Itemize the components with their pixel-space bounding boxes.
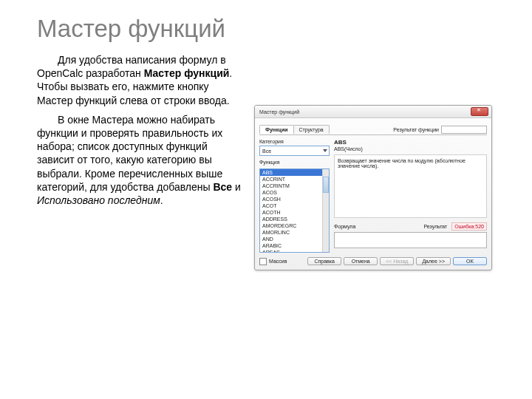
p1-bold: Мастер функций	[144, 67, 230, 79]
tab-structure[interactable]: Структура	[293, 125, 330, 134]
list-item[interactable]: ACOT	[260, 202, 329, 209]
ok-button[interactable]: OK	[453, 257, 487, 265]
result-label: Результат	[423, 224, 447, 229]
dialog-titlebar[interactable]: Мастер функций	[255, 106, 491, 118]
cancel-button[interactable]: Отмена	[344, 257, 378, 265]
p2-all: Все	[213, 181, 232, 193]
list-item[interactable]: ACOS	[260, 189, 329, 196]
wizard-dialog: Мастер функций Функции Структура Результ…	[254, 105, 492, 270]
list-item[interactable]: AMORDEGRC	[260, 222, 329, 229]
function-description: Возвращает значение числа по модулю (абс…	[334, 154, 487, 218]
list-item[interactable]: ADDRESS	[260, 216, 329, 222]
chevron-down-icon	[323, 149, 327, 152]
list-item[interactable]: ARABIC	[260, 242, 329, 249]
category-label: Категория	[259, 139, 330, 144]
formula-label: Формула	[334, 224, 355, 229]
function-list[interactable]: ABS ACCRINT ACCRINTM ACOS ACOSH ACOT ACO…	[259, 168, 330, 253]
list-item[interactable]: ACOTH	[260, 209, 329, 216]
list-item[interactable]: AMORLINC	[260, 229, 329, 236]
p2-last-used: Использовано последним	[37, 194, 160, 206]
function-label: Функция	[259, 160, 330, 165]
list-item[interactable]: ACOSH	[260, 196, 329, 202]
list-item[interactable]: ABS	[260, 169, 329, 176]
p2-c: и	[232, 181, 241, 193]
function-signature: ABS(Число)	[334, 146, 487, 151]
tab-functions[interactable]: Функции	[259, 125, 294, 134]
formula-input[interactable]	[334, 232, 487, 248]
slide-title: Мастер функций	[37, 15, 502, 43]
back-button[interactable]: << Назад	[380, 257, 414, 265]
p2-a: В окне Мастера можно набирать функции и …	[37, 114, 222, 193]
error-badge: Ошибка:520	[451, 222, 487, 231]
body-text: Для удобства написания формул в OpenCalc…	[37, 53, 244, 399]
help-button[interactable]: Справка	[307, 257, 341, 265]
list-item[interactable]: ACCRINT	[260, 176, 329, 183]
list-item[interactable]: AND	[260, 236, 329, 242]
list-item[interactable]: ACCRINTM	[260, 183, 329, 189]
fn-result-box	[441, 126, 487, 134]
list-item[interactable]: AREAS	[260, 249, 329, 253]
category-combo[interactable]: Все	[259, 146, 330, 156]
array-checkbox[interactable]: Массив	[259, 258, 287, 265]
array-label: Массив	[269, 259, 287, 264]
checkbox-icon	[259, 258, 267, 265]
dialog-title: Мастер функций	[259, 109, 299, 115]
fn-result-label: Результат функции	[393, 127, 439, 132]
list-scrollbar[interactable]	[322, 169, 329, 252]
dialog-tabs: Функции Структура	[259, 125, 329, 134]
next-button[interactable]: Далее >>	[416, 257, 451, 265]
function-name: ABS	[334, 139, 487, 146]
category-value: Все	[262, 149, 271, 154]
close-icon[interactable]	[471, 107, 488, 116]
p2-e: .	[160, 194, 163, 206]
